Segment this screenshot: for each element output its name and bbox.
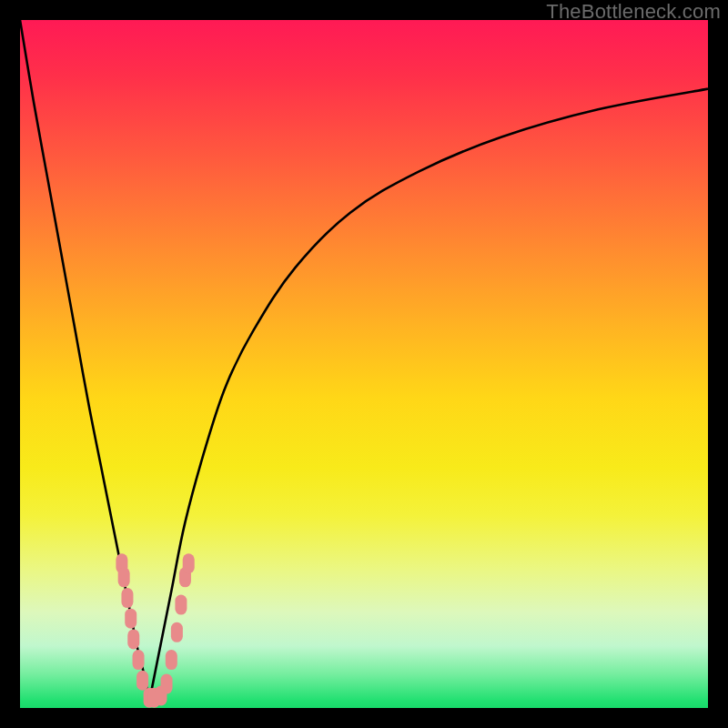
watermark-text: TheBottleneck.com [546, 0, 721, 24]
data-point [125, 609, 136, 629]
curve-right-branch [149, 89, 708, 702]
chart-frame: TheBottleneck.com [0, 0, 728, 728]
curve-layer [20, 20, 708, 708]
data-point [166, 650, 177, 670]
data-point [118, 567, 130, 587]
data-point [183, 553, 195, 573]
data-point [127, 629, 139, 649]
data-point [175, 595, 187, 615]
data-point [161, 674, 173, 694]
data-point [171, 622, 183, 642]
data-point [136, 671, 148, 691]
data-point [121, 588, 133, 608]
plot-area [20, 20, 708, 708]
data-point [133, 650, 145, 670]
data-points [116, 553, 194, 707]
